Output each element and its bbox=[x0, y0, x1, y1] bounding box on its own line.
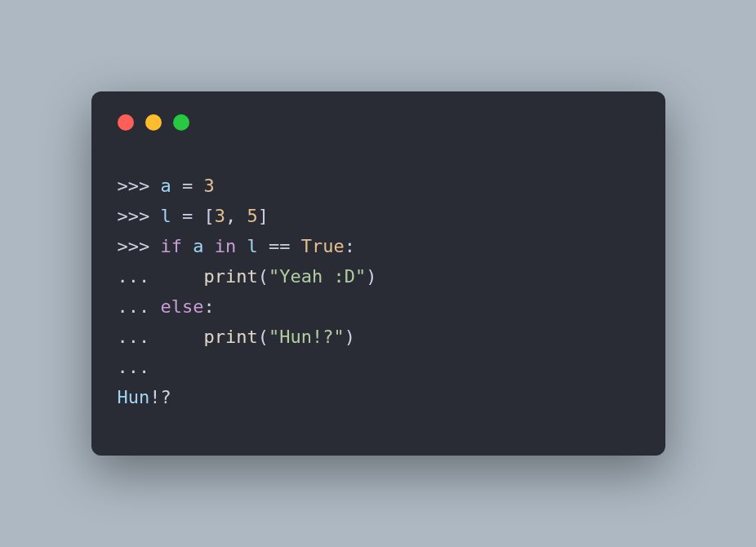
close-icon[interactable] bbox=[118, 114, 134, 131]
code-token: if bbox=[160, 236, 182, 256]
output-line: Hun!? bbox=[118, 383, 639, 413]
code-token: a bbox=[193, 236, 203, 256]
code-area[interactable]: >>> a = 3>>> l = [3, 5]>>> if a in l == … bbox=[118, 171, 639, 413]
code-token: in bbox=[215, 236, 237, 256]
maximize-icon[interactable] bbox=[173, 114, 189, 131]
code-token: ( bbox=[258, 266, 269, 287]
code-line: ... else: bbox=[118, 292, 639, 322]
code-line: ... print("Yeah :D") bbox=[118, 262, 639, 292]
code-line: ... print("Hun!?") bbox=[118, 322, 639, 353]
code-token: == bbox=[258, 236, 301, 256]
code-token: , bbox=[225, 206, 247, 226]
code-token bbox=[160, 266, 203, 287]
repl-prompt: ... bbox=[118, 357, 161, 377]
repl-prompt: ... bbox=[118, 296, 161, 317]
code-token bbox=[203, 236, 214, 256]
code-line: >>> l = [3, 5] bbox=[118, 202, 639, 232]
repl-prompt: >>> bbox=[118, 206, 161, 226]
code-token: l bbox=[247, 236, 257, 256]
minimize-icon[interactable] bbox=[145, 114, 162, 131]
code-token: = [ bbox=[171, 206, 215, 226]
code-token: "Yeah :D" bbox=[269, 266, 366, 287]
terminal-window: >>> a = 3>>> l = [3, 5]>>> if a in l == … bbox=[91, 91, 665, 456]
code-token: : bbox=[345, 236, 355, 256]
code-token: l bbox=[160, 206, 171, 226]
code-line: >>> a = 3 bbox=[118, 171, 639, 202]
code-token: True bbox=[301, 236, 345, 256]
code-token: "Hun!?" bbox=[269, 327, 345, 347]
repl-prompt: ... bbox=[118, 327, 161, 347]
code-token: a bbox=[160, 176, 171, 196]
code-token: ( bbox=[258, 327, 269, 347]
code-line: >>> if a in l == True: bbox=[118, 232, 639, 262]
code-token: ) bbox=[345, 327, 355, 347]
code-token: : bbox=[203, 296, 214, 317]
code-token: else bbox=[160, 296, 203, 317]
repl-prompt: >>> bbox=[118, 176, 161, 196]
code-token: print bbox=[203, 327, 257, 347]
code-token bbox=[182, 236, 193, 256]
code-token: ] bbox=[258, 206, 269, 226]
code-token: ) bbox=[366, 266, 376, 287]
window-controls bbox=[118, 114, 639, 131]
repl-prompt: >>> bbox=[118, 236, 161, 256]
output-token: !? bbox=[149, 387, 171, 407]
code-token: print bbox=[203, 266, 257, 287]
code-token bbox=[236, 236, 247, 256]
code-token: 3 bbox=[215, 206, 225, 226]
code-token: 5 bbox=[247, 206, 257, 226]
code-token: 3 bbox=[203, 176, 214, 196]
code-token bbox=[160, 327, 203, 347]
repl-prompt: ... bbox=[118, 266, 161, 287]
output-token: Hun bbox=[118, 387, 150, 407]
code-token: = bbox=[171, 176, 204, 196]
code-line: ... bbox=[118, 353, 639, 383]
